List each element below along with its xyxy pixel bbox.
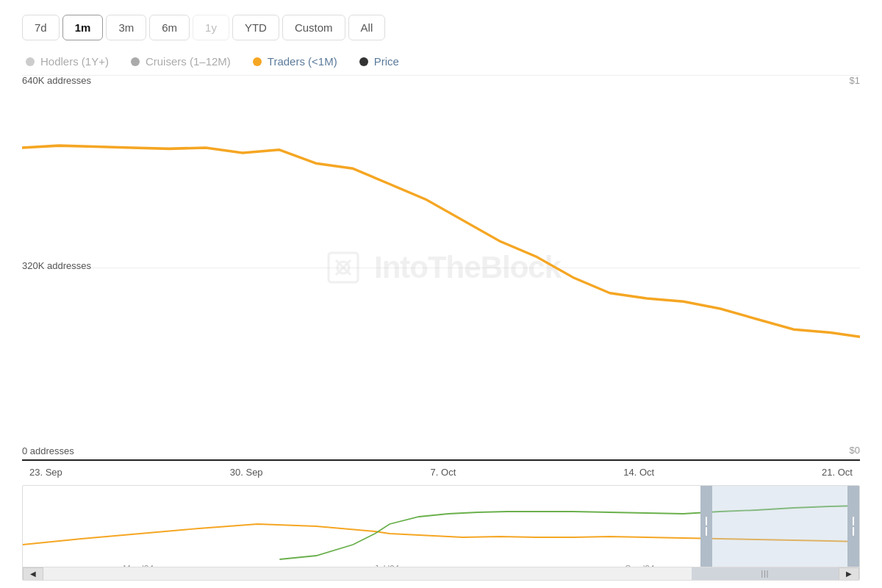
hodlers-dot (26, 57, 35, 66)
x-label-1: 30. Sep (230, 467, 263, 478)
x-label-2: 7. Oct (431, 467, 456, 478)
scrollbar: ◀ ||| ▶ (23, 567, 859, 580)
btn-1y: 1y (193, 15, 229, 40)
cruisers-label: Cruisers (1–12M) (146, 55, 231, 68)
btn-all[interactable]: All (348, 15, 386, 40)
main-container: 7d 1m 3m 6m 1y YTD Custom All Hodlers (1… (0, 0, 882, 588)
x-label-3: 14. Oct (623, 467, 654, 478)
traders-line (22, 146, 860, 337)
legend-cruisers[interactable]: Cruisers (1–12M) (131, 55, 231, 68)
x-axis: 23. Sep 30. Sep 7. Oct 14. Oct 21. Oct (22, 461, 860, 478)
time-range-toolbar: 7d 1m 3m 6m 1y YTD Custom All (22, 15, 860, 40)
handle-line-4 (853, 527, 854, 536)
btn-6m[interactable]: 6m (149, 15, 190, 40)
overview-chart: May '24 Jul '24 Sep '24 ◀ ||| ▶ (22, 485, 860, 581)
chart-svg (22, 75, 860, 459)
traders-dot (253, 57, 262, 66)
btn-3m[interactable]: 3m (106, 15, 146, 40)
scroll-left-btn[interactable]: ◀ (23, 567, 43, 581)
chart-legend: Hodlers (1Y+) Cruisers (1–12M) Traders (… (22, 55, 860, 68)
x-label-4: 21. Oct (822, 467, 853, 478)
price-label: Price (374, 55, 399, 68)
scroll-right-btn[interactable]: ▶ (839, 567, 859, 581)
btn-7d[interactable]: 7d (22, 15, 60, 40)
price-dot (359, 57, 368, 66)
handle-lines-right (853, 517, 854, 536)
x-label-0: 23. Sep (29, 467, 62, 478)
cruisers-dot (131, 57, 140, 66)
hodlers-label: Hodlers (1Y+) (40, 55, 109, 68)
btn-custom[interactable]: Custom (282, 15, 345, 40)
chart-area: 640K addresses 320K addresses 0 addresse… (22, 75, 860, 581)
btn-1m[interactable]: 1m (62, 15, 104, 40)
legend-price[interactable]: Price (359, 55, 399, 68)
traders-label: Traders (<1M) (268, 55, 337, 68)
handle-lines-left (706, 517, 707, 536)
overview-selection (712, 486, 859, 567)
overview-handle-left[interactable] (700, 486, 712, 567)
overview-handle-right[interactable] (847, 486, 859, 567)
main-chart: 640K addresses 320K addresses 0 addresse… (22, 75, 860, 461)
scroll-track[interactable]: ||| (43, 567, 839, 581)
legend-hodlers[interactable]: Hodlers (1Y+) (26, 55, 109, 68)
scroll-thumb[interactable]: ||| (692, 567, 839, 581)
handle-line-2 (706, 527, 707, 536)
handle-line-1 (706, 517, 707, 526)
btn-ytd[interactable]: YTD (232, 15, 279, 40)
handle-line-3 (853, 517, 854, 526)
legend-traders[interactable]: Traders (<1M) (253, 55, 337, 68)
